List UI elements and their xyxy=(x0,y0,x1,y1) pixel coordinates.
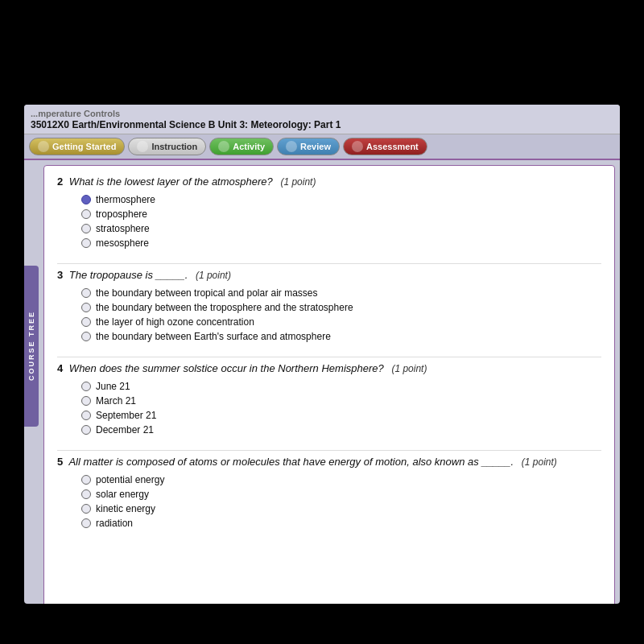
radio-stratosphere[interactable] xyxy=(81,224,91,233)
question-5-text: 5 All matter is composed of atoms or mol… xyxy=(57,456,601,468)
option-thermosphere-label: thermosphere xyxy=(96,194,155,205)
nav-activity[interactable]: Activity xyxy=(209,138,274,155)
option-december21-label: December 21 xyxy=(96,424,154,436)
option-tropo-strato-label: the boundary between the troposphere and… xyxy=(96,302,353,313)
question-4-options: June 21 March 21 September 21 December 2… xyxy=(81,381,601,436)
option-mesosphere-label: mesosphere xyxy=(96,237,149,249)
nav-review-label: Review xyxy=(300,142,331,151)
radio-troposphere[interactable] xyxy=(81,209,91,219)
radio-ozone[interactable] xyxy=(81,317,91,327)
option-kinetic[interactable]: kinetic energy xyxy=(81,503,601,514)
activity-icon xyxy=(218,141,229,152)
divider-2 xyxy=(57,357,601,357)
divider-1 xyxy=(57,263,601,264)
option-tropo-strato[interactable]: the boundary between the troposphere and… xyxy=(81,302,601,313)
radio-kinetic[interactable] xyxy=(81,504,91,514)
navigation-bar: Getting Started Instruction Activity Rev… xyxy=(24,134,620,160)
question-3-options: the boundary between tropical and polar … xyxy=(81,287,601,342)
instruction-icon xyxy=(137,141,148,152)
assessment-icon xyxy=(352,141,363,152)
option-june21[interactable]: June 21 xyxy=(81,381,601,392)
radio-march21[interactable] xyxy=(81,396,91,406)
radio-tropo-strato[interactable] xyxy=(81,303,91,312)
option-potential-label: potential energy xyxy=(96,474,164,485)
nav-review[interactable]: Review xyxy=(277,138,340,155)
nav-assessment[interactable]: Assessment xyxy=(343,138,427,155)
nav-instruction-label: Instruction xyxy=(151,142,197,151)
question-5-options: potential energy solar energy kinetic en… xyxy=(81,474,601,529)
radio-september21[interactable] xyxy=(81,411,91,420)
title-bar: ...mperature Controls 35012X0 Earth/Envi… xyxy=(24,105,620,134)
radio-radiation[interactable] xyxy=(81,518,91,528)
question-2-options: thermosphere troposphere stratosphere me… xyxy=(81,194,601,249)
option-tropical-polar-label: the boundary between tropical and polar … xyxy=(96,287,318,299)
option-earth-surface[interactable]: the boundary between Earth's surface and… xyxy=(81,331,601,342)
option-troposphere[interactable]: troposphere xyxy=(81,208,601,220)
nav-activity-label: Activity xyxy=(233,142,265,151)
radio-potential[interactable] xyxy=(81,475,91,485)
question-4-text: 4 When does the summer solstice occur in… xyxy=(57,362,601,374)
nav-getting-started-label: Getting Started xyxy=(52,142,116,151)
option-mesosphere[interactable]: mesosphere xyxy=(81,237,601,249)
option-june21-label: June 21 xyxy=(96,381,130,392)
option-stratosphere-label: stratosphere xyxy=(96,223,150,234)
option-ozone[interactable]: the layer of high ozone concentration xyxy=(81,316,601,328)
radio-thermosphere[interactable] xyxy=(81,195,91,204)
option-earth-surface-label: the boundary between Earth's surface and… xyxy=(96,331,331,342)
question-2-text: 2 What is the lowest layer of the atmosp… xyxy=(57,175,601,188)
option-thermosphere[interactable]: thermosphere xyxy=(81,194,601,205)
nav-getting-started[interactable]: Getting Started xyxy=(29,138,125,155)
option-december21[interactable]: December 21 xyxy=(81,424,601,436)
option-solar[interactable]: solar energy xyxy=(81,489,601,500)
main-screen: ...mperature Controls 35012X0 Earth/Envi… xyxy=(24,105,620,604)
option-march21-label: March 21 xyxy=(96,395,136,407)
review-icon xyxy=(286,141,297,152)
option-solar-label: solar energy xyxy=(96,489,149,500)
radio-december21[interactable] xyxy=(81,425,91,435)
question-4: 4 When does the summer solstice occur in… xyxy=(57,362,601,436)
radio-tropical-polar[interactable] xyxy=(81,288,91,298)
option-september21[interactable]: September 21 xyxy=(81,410,601,421)
option-march21[interactable]: March 21 xyxy=(81,395,601,407)
question-5: 5 All matter is composed of atoms or mol… xyxy=(57,456,601,529)
sidebar-label: COURSE TREE xyxy=(27,311,35,381)
question-3: 3 The tropopause is _____. (1 point) the… xyxy=(57,269,601,342)
option-ozone-label: the layer of high ozone concentration xyxy=(96,316,254,328)
getting-started-icon xyxy=(38,141,49,152)
course-tree-sidebar: COURSE TREE xyxy=(24,266,39,427)
option-troposphere-label: troposphere xyxy=(96,208,147,220)
option-kinetic-label: kinetic energy xyxy=(96,503,155,514)
question-3-text: 3 The tropopause is _____. (1 point) xyxy=(57,269,601,281)
page-title-partial: ...mperature Controls xyxy=(31,109,120,118)
radio-earth-surface[interactable] xyxy=(81,332,91,341)
divider-3 xyxy=(57,450,601,451)
course-title: 35012X0 Earth/Environmental Science B Un… xyxy=(31,119,341,130)
option-potential[interactable]: potential energy xyxy=(81,474,601,485)
option-stratosphere[interactable]: stratosphere xyxy=(81,223,601,234)
radio-june21[interactable] xyxy=(81,382,91,391)
option-radiation-label: radiation xyxy=(96,518,133,529)
radio-mesosphere[interactable] xyxy=(81,238,91,248)
content-area: 2 What is the lowest layer of the atmosp… xyxy=(43,165,615,604)
question-2: 2 What is the lowest layer of the atmosp… xyxy=(57,175,601,249)
nav-instruction[interactable]: Instruction xyxy=(128,138,206,155)
option-radiation[interactable]: radiation xyxy=(81,518,601,529)
nav-assessment-label: Assessment xyxy=(366,142,419,151)
option-tropical-polar[interactable]: the boundary between tropical and polar … xyxy=(81,287,601,299)
option-september21-label: September 21 xyxy=(96,410,156,421)
radio-solar[interactable] xyxy=(81,489,91,499)
